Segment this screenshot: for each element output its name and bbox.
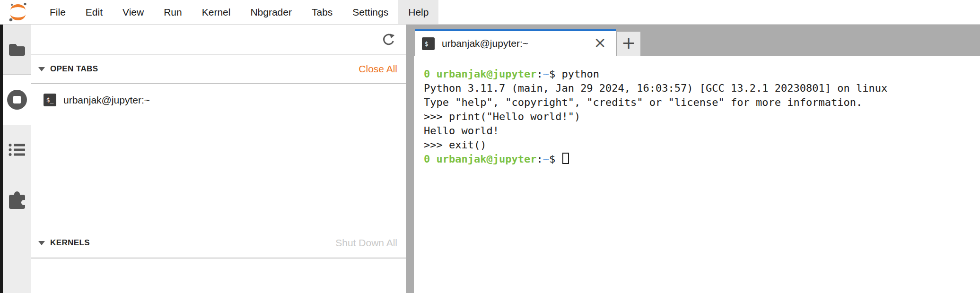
- file-browser-icon: [8, 43, 26, 57]
- refresh-button[interactable]: [382, 33, 395, 46]
- running-terminals-and-kernels-icon: [6, 89, 28, 111]
- shut-down-all-button[interactable]: Shut Down All: [335, 237, 397, 249]
- collapse-caret-icon[interactable]: [38, 67, 45, 71]
- terminal-tab[interactable]: $_ urbanjak@jupyter:~ ×: [415, 29, 616, 56]
- menu-item-edit[interactable]: Edit: [76, 0, 113, 24]
- terminal-text-segment: ~: [543, 153, 549, 165]
- menu-item-tabs[interactable]: Tabs: [302, 0, 342, 24]
- menu-item-kernel[interactable]: Kernel: [192, 0, 241, 24]
- collapse-caret-icon[interactable]: [38, 241, 45, 245]
- terminal-text-segment: >>> print("Hello world!"): [424, 111, 580, 122]
- table-of-contents-icon: [9, 143, 26, 157]
- kernels-section-header: KERNELS Shut Down All: [31, 228, 406, 259]
- close-tab-icon[interactable]: ×: [589, 35, 611, 52]
- menu-item-run[interactable]: Run: [154, 0, 192, 24]
- extension-manager-icon: [8, 191, 26, 209]
- terminal-text-segment: ~: [543, 68, 549, 80]
- sidebar-item-table-of-contents[interactable]: [3, 125, 31, 175]
- jupyter-logo-icon: [8, 2, 28, 22]
- terminal-icon: $_: [44, 94, 56, 106]
- main-dock-panel: $_ urbanjak@jupyter:~ × + 0 urbanjak@jup…: [406, 25, 980, 293]
- sidebar-item-file-browser[interactable]: [3, 25, 31, 75]
- terminal-text-segment: :: [536, 153, 542, 165]
- sidebar-item-running-kernels[interactable]: [3, 75, 31, 125]
- terminal-line: >>> print("Hello world!"): [424, 110, 980, 124]
- terminal-text-segment: Hello world!: [424, 125, 499, 137]
- terminal-text-segment: 0 urbanjak@jupyter: [424, 153, 536, 165]
- dock-tab-bar: $_ urbanjak@jupyter:~ × +: [406, 25, 980, 56]
- terminal-line: 0 urbanjak@jupyter:~$ python: [424, 67, 980, 81]
- running-panel-toolbar: [31, 25, 406, 55]
- close-all-button[interactable]: Close All: [359, 63, 397, 75]
- terminal-text-segment: >>> exit(): [424, 139, 486, 151]
- terminal-text-segment: :: [536, 68, 542, 80]
- open-tabs-section-header: OPEN TABS Close All: [31, 55, 406, 84]
- running-panel: OPEN TABS Close All $_urbanjak@jupyter:~…: [31, 25, 406, 293]
- new-tab-button[interactable]: +: [617, 32, 640, 56]
- open-tab-label: urbanjak@jupyter:~: [63, 95, 150, 106]
- terminal-cursor: [562, 153, 569, 164]
- terminal-line: 0 urbanjak@jupyter:~$: [424, 152, 980, 166]
- terminal-tab-label: urbanjak@jupyter:~: [442, 38, 589, 49]
- terminal-icon: $_: [422, 37, 435, 50]
- kernels-title: KERNELS: [50, 238, 90, 248]
- menu-item-settings[interactable]: Settings: [342, 0, 398, 24]
- terminal-line: >>> exit(): [424, 138, 980, 152]
- terminal-text-segment: 0 urbanjak@jupyter: [424, 68, 536, 80]
- open-tabs-title: OPEN TABS: [50, 64, 98, 74]
- open-tabs-list: $_urbanjak@jupyter:~: [31, 84, 406, 228]
- activity-sidebar: [3, 25, 31, 293]
- menu-bar: FileEditViewRunKernelNbgraderTabsSetting…: [0, 0, 980, 25]
- terminal-text-segment: Python 3.11.7 (main, Jan 29 2024, 16:03:…: [424, 82, 887, 94]
- kernels-list-empty: [31, 259, 406, 293]
- terminal-text-segment: $ python: [549, 68, 599, 80]
- sidebar-item-extensions[interactable]: [3, 175, 31, 225]
- menu-item-nbgrader[interactable]: Nbgrader: [240, 0, 302, 24]
- terminal-text-segment: $: [549, 153, 562, 165]
- terminal-output[interactable]: 0 urbanjak@jupyter:~$ pythonPython 3.11.…: [414, 56, 980, 293]
- menu-item-view[interactable]: View: [113, 0, 154, 24]
- terminal-line: Python 3.11.7 (main, Jan 29 2024, 16:03:…: [424, 81, 980, 95]
- menu-items: FileEditViewRunKernelNbgraderTabsSetting…: [40, 0, 438, 24]
- open-tab-list-item[interactable]: $_urbanjak@jupyter:~: [31, 91, 406, 109]
- terminal-text-segment: Type "help", "copyright", "credits" or "…: [424, 96, 862, 108]
- terminal-line: Hello world!: [424, 124, 980, 138]
- terminal-line: Type "help", "copyright", "credits" or "…: [424, 95, 980, 110]
- menu-item-file[interactable]: File: [40, 0, 76, 24]
- menu-item-help[interactable]: Help: [398, 0, 438, 24]
